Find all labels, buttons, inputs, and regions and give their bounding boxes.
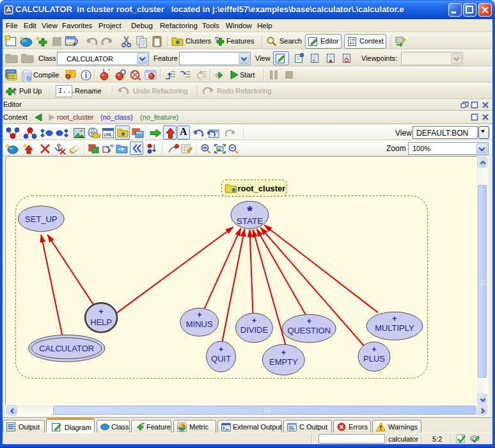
svg-text:EMPTY: EMPTY xyxy=(269,357,298,367)
svg-text:+: + xyxy=(219,344,224,354)
svg-text:root_cluster: root_cluster xyxy=(238,184,286,193)
svg-text:UML: UML xyxy=(104,132,113,137)
svg-text:+: + xyxy=(252,316,257,325)
svg-text:+: + xyxy=(392,314,397,323)
svg-text:MINUS: MINUS xyxy=(186,319,213,329)
svg-text:+: + xyxy=(306,316,311,326)
svg-text:+: + xyxy=(197,310,202,319)
svg-text:+: + xyxy=(98,307,104,316)
svg-text:+: + xyxy=(372,344,377,354)
svg-text:CALCULATOR: CALCULATOR xyxy=(39,344,94,353)
svg-text:SET_UP: SET_UP xyxy=(25,214,57,224)
svg-text:90: 90 xyxy=(110,144,114,148)
svg-text:DIVIDE: DIVIDE xyxy=(240,325,269,335)
svg-text:MULTIPLY: MULTIPLY xyxy=(375,323,414,333)
svg-text:STATE: STATE xyxy=(237,216,263,226)
svg-text:+: + xyxy=(281,348,287,357)
svg-text:QUESTION: QUESTION xyxy=(287,326,331,335)
svg-text:PLUS: PLUS xyxy=(363,354,385,364)
svg-text:HELP: HELP xyxy=(90,317,112,327)
svg-text:QUIT: QUIT xyxy=(211,354,231,364)
